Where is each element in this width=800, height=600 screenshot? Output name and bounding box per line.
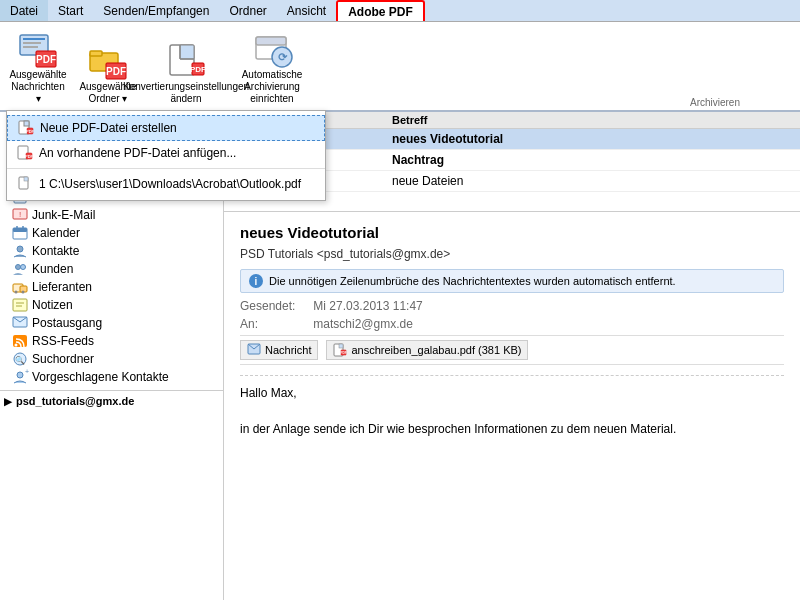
menu-bar: Datei Start Senden/Empfangen Ordner Ansi… bbox=[0, 0, 800, 22]
sidebar-item-notes[interactable]: Notizen bbox=[0, 296, 223, 314]
menu-adobe-pdf[interactable]: Adobe PDF bbox=[336, 0, 425, 21]
sidebar-item-junk[interactable]: ! Junk-E-Mail bbox=[0, 206, 223, 224]
sidebar-item-customers[interactable]: Kunden bbox=[0, 260, 223, 278]
preview-from: PSD Tutorials <psd_tutorials@gmx.de> bbox=[240, 247, 784, 261]
suppliers-icon bbox=[12, 280, 28, 294]
msg-icon bbox=[247, 343, 261, 357]
email-preview: neues Videotutorial PSD Tutorials <psd_t… bbox=[224, 212, 800, 600]
svg-point-47 bbox=[17, 246, 23, 252]
preview-sent: Gesendet: Mi 27.03.2013 11:47 bbox=[240, 299, 784, 313]
sidebar-item-outbox[interactable]: Postausgang bbox=[0, 314, 223, 332]
sidebar-junk-label: Junk-E-Mail bbox=[32, 208, 95, 222]
preview-body-separator bbox=[240, 375, 784, 376]
preview-body: Hallo Max, in der Anlage sende ich Dir w… bbox=[240, 384, 784, 438]
header-subject: Betreff bbox=[392, 114, 792, 126]
preview-body-line-1: Hallo Max, bbox=[240, 384, 784, 402]
svg-rect-28 bbox=[24, 177, 28, 181]
svg-text:PDF: PDF bbox=[26, 129, 35, 134]
contacts-icon bbox=[12, 244, 28, 258]
email-subject: Nachtrag bbox=[392, 153, 792, 167]
svg-rect-54 bbox=[13, 299, 27, 311]
append-pdf-icon: PDF bbox=[17, 145, 33, 161]
svg-point-48 bbox=[16, 265, 21, 270]
ribbon-conversion-settings[interactable]: PDF Konvertierungseinstellungenändern bbox=[146, 36, 226, 110]
svg-text:!: ! bbox=[19, 210, 21, 219]
sidebar-account-header[interactable]: ▶ psd_tutorials@gmx.de bbox=[0, 390, 223, 409]
menu-datei[interactable]: Datei bbox=[0, 0, 48, 21]
attachment-message[interactable]: Nachricht bbox=[240, 340, 318, 360]
pdf-attach-icon: PDF bbox=[333, 343, 347, 357]
folder-icon: PDF bbox=[88, 41, 128, 81]
sidebar-outbox-label: Postausgang bbox=[32, 316, 102, 330]
menu-start[interactable]: Start bbox=[48, 0, 93, 21]
sidebar-item-contacts[interactable]: Kontakte bbox=[0, 242, 223, 260]
svg-text:PDF: PDF bbox=[25, 154, 34, 159]
conversion-label: Konvertierungseinstellungenändern bbox=[123, 81, 249, 105]
append-pdf-label: An vorhandene PDF-Datei anfügen... bbox=[39, 146, 236, 160]
svg-rect-2 bbox=[23, 42, 41, 44]
svg-rect-21 bbox=[24, 121, 29, 126]
customers-icon bbox=[12, 262, 28, 276]
dropdown-append-pdf[interactable]: PDF An vorhandene PDF-Datei anfügen... bbox=[7, 141, 325, 165]
sidebar-subfolders-label: Suchordner bbox=[32, 352, 94, 366]
svg-text:PDF: PDF bbox=[341, 351, 347, 355]
svg-text:⟳: ⟳ bbox=[278, 51, 288, 63]
archive-icon: ⟳ bbox=[252, 29, 292, 69]
auto-archive-label: AutomatischeArchivierung einrichten bbox=[237, 69, 307, 105]
sidebar-notes-label: Notizen bbox=[32, 298, 73, 312]
email-subject: neues Videotutorial bbox=[392, 132, 792, 146]
svg-text:PDF: PDF bbox=[106, 66, 126, 77]
new-pdf-label: Neue PDF-Datei erstellen bbox=[40, 121, 177, 135]
ribbon-selected-messages[interactable]: PDF AusgewählteNachrichten ▾ bbox=[6, 24, 70, 110]
attachment-msg-label: Nachricht bbox=[265, 344, 311, 356]
svg-rect-7 bbox=[90, 51, 102, 56]
suggested-icon: + bbox=[12, 370, 28, 384]
svg-rect-1 bbox=[23, 38, 45, 40]
sidebar-item-suggested[interactable]: + Vorgeschlagene Kontakte bbox=[0, 368, 223, 386]
recent-file-label: 1 C:\Users\user1\Downloads\Acrobat\Outlo… bbox=[39, 177, 301, 191]
sidebar-account-label: psd_tutorials@gmx.de bbox=[16, 395, 134, 407]
svg-point-62 bbox=[17, 372, 23, 378]
dropdown-menu: PDF Neue PDF-Datei erstellen PDF An vorh… bbox=[6, 110, 326, 201]
svg-text:🔍: 🔍 bbox=[15, 355, 25, 365]
preview-body-line-3: in der Anlage sende ich Dir wie besproch… bbox=[240, 420, 784, 438]
sidebar-suggested-label: Vorgeschlagene Kontakte bbox=[32, 370, 169, 384]
recent-file-icon bbox=[17, 176, 33, 192]
svg-point-49 bbox=[21, 265, 26, 270]
new-pdf-icon: PDF bbox=[18, 120, 34, 136]
email-subject: neue Dateien bbox=[392, 174, 792, 188]
svg-rect-3 bbox=[23, 46, 38, 48]
sidebar-rss-label: RSS-Feeds bbox=[32, 334, 94, 348]
svg-rect-11 bbox=[180, 45, 194, 59]
conversion-icon: PDF bbox=[166, 41, 206, 81]
attachment-pdf-label: anschreiben_galabau.pdf (381 KB) bbox=[351, 344, 521, 356]
dropdown-new-pdf[interactable]: PDF Neue PDF-Datei erstellen bbox=[7, 115, 325, 141]
ribbon-group-label: Archivieren bbox=[690, 97, 740, 108]
notes-icon bbox=[12, 298, 28, 312]
svg-point-53 bbox=[22, 291, 25, 294]
sidebar-calendar-label: Kalender bbox=[32, 226, 80, 240]
junk-icon: ! bbox=[12, 208, 28, 222]
svg-point-52 bbox=[15, 291, 18, 294]
sidebar-suppliers-label: Lieferanten bbox=[32, 280, 92, 294]
svg-point-59 bbox=[15, 344, 18, 347]
menu-ordner[interactable]: Ordner bbox=[219, 0, 276, 21]
menu-senden[interactable]: Senden/Empfangen bbox=[93, 0, 219, 21]
sidebar-item-subfolders[interactable]: 🔍 Suchordner bbox=[0, 350, 223, 368]
sidebar-item-suppliers[interactable]: Lieferanten bbox=[0, 278, 223, 296]
svg-rect-66 bbox=[339, 344, 343, 348]
attachment-pdf[interactable]: PDF anschreiben_galabau.pdf (381 KB) bbox=[326, 340, 528, 360]
ribbon: PDF AusgewählteNachrichten ▾ PDF Ausgewä… bbox=[0, 22, 800, 112]
preview-subject: neues Videotutorial bbox=[240, 224, 784, 241]
sidebar-item-calendar[interactable]: Kalender bbox=[0, 224, 223, 242]
svg-rect-17 bbox=[256, 37, 286, 45]
sidebar-item-rss[interactable]: RSS-Feeds bbox=[0, 332, 223, 350]
svg-text:PDF: PDF bbox=[190, 65, 206, 74]
menu-ansicht[interactable]: Ansicht bbox=[277, 0, 336, 21]
selected-messages-label: AusgewählteNachrichten ▾ bbox=[9, 69, 66, 105]
dropdown-recent-file[interactable]: 1 C:\Users\user1\Downloads\Acrobat\Outlo… bbox=[7, 172, 325, 196]
sidebar-contacts-label: Kontakte bbox=[32, 244, 79, 258]
dropdown-separator bbox=[7, 168, 325, 169]
outbox-icon bbox=[12, 316, 28, 330]
ribbon-auto-archive[interactable]: ⟳ AutomatischeArchivierung einrichten bbox=[232, 24, 312, 110]
